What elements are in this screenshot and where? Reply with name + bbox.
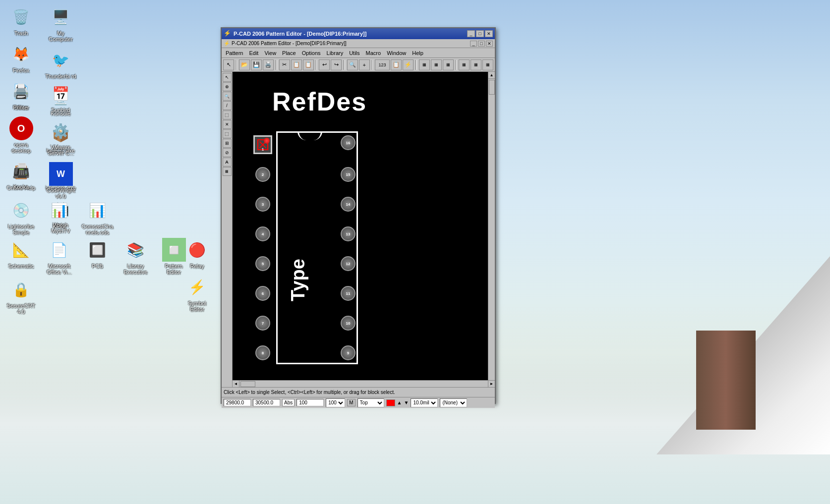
left-btn-cross[interactable]: ✕ bbox=[223, 120, 232, 129]
left-btn-pan[interactable]: ⊕ bbox=[223, 82, 232, 91]
toolbar-grid2[interactable]: ▦ bbox=[431, 59, 442, 70]
desktop-icon-sunbird[interactable]: 📅 Sunbird bbox=[42, 79, 79, 115]
inner-minimize-button[interactable]: _ bbox=[470, 41, 477, 47]
toolbar-grid4[interactable]: ▦ bbox=[459, 59, 470, 70]
restore-button[interactable]: □ bbox=[476, 30, 484, 37]
pcb-canvas[interactable]: RefDes Type 1 bbox=[233, 72, 495, 387]
desktop-icon-libraryexec[interactable]: 📚 Library Executive bbox=[117, 235, 154, 278]
pad-8: 8 bbox=[255, 345, 270, 360]
desktop-icon-schematic[interactable]: 📐 Schematic bbox=[2, 235, 40, 278]
type-text: Type bbox=[288, 163, 309, 301]
desktop-icon-pcb[interactable]: 🔲 PCB bbox=[79, 235, 116, 278]
toolbar-redo[interactable]: ↪ bbox=[331, 59, 342, 70]
vmware-icon: ⚙️ bbox=[49, 119, 73, 143]
left-btn-zoom[interactable]: 🔍 bbox=[223, 92, 232, 101]
scroll-up-btn[interactable]: ▲ bbox=[488, 72, 495, 79]
left-btn-extra[interactable]: ▦ bbox=[223, 167, 232, 176]
left-btn-select[interactable]: ↖ bbox=[223, 73, 232, 82]
inner-restore-button[interactable]: □ bbox=[478, 41, 485, 47]
zoom-select[interactable]: 100 50 200 bbox=[326, 398, 345, 407]
zoom-value[interactable]: 100 bbox=[296, 399, 324, 406]
toolbar-print[interactable]: 🖨️ bbox=[263, 59, 274, 70]
toolbar-copy[interactable]: 📋 bbox=[291, 59, 302, 70]
m-button[interactable]: M bbox=[347, 399, 355, 406]
toolbar-zoom[interactable]: 🔍 bbox=[347, 59, 358, 70]
toolbar-cut[interactable]: ✂ bbox=[279, 59, 290, 70]
toolbar-sep-5 bbox=[372, 60, 373, 70]
desktop-icon-thunderbird[interactable]: 🐦 Thunderbi rd bbox=[42, 46, 79, 82]
toolbar-grid3[interactable]: ▦ bbox=[443, 59, 454, 70]
toolbar-grid5[interactable]: ▦ bbox=[471, 59, 481, 70]
menu-edit[interactable]: Edit bbox=[246, 49, 261, 57]
desktop-icon-mycomputer[interactable]: 🖥️ My Computer bbox=[42, 2, 79, 45]
left-btn-grid[interactable]: ⊞ bbox=[223, 139, 232, 148]
left-btn-rect[interactable]: ⬚ bbox=[223, 111, 232, 119]
toolbar-select[interactable]: ↖ bbox=[223, 59, 234, 70]
toolbar-save[interactable]: 💾 bbox=[251, 59, 262, 70]
desktop-icon-lightscribe[interactable]: 💿 Lightscribe Simple bbox=[2, 196, 40, 238]
toolbar-open[interactable]: 📂 bbox=[239, 59, 250, 70]
arrow-down[interactable]: ▼ bbox=[404, 400, 409, 405]
securecrt-icon: 🔒 bbox=[9, 278, 33, 301]
vertical-scrollbar[interactable]: ▲ ▼ bbox=[488, 72, 495, 387]
desktop-icon-kooka[interactable]: 📠 Kooka bbox=[2, 156, 40, 192]
pad-9-num: 9 bbox=[347, 351, 349, 355]
menu-library[interactable]: Library bbox=[324, 49, 347, 57]
menu-options[interactable]: Options bbox=[299, 49, 324, 57]
left-btn-box[interactable]: ⬚ bbox=[223, 129, 232, 138]
close-button[interactable]: ✕ bbox=[485, 30, 493, 37]
scroll-right-btn[interactable]: ► bbox=[488, 381, 495, 387]
left-btn-line[interactable]: / bbox=[223, 101, 232, 110]
desktop-icon-trash[interactable]: 🗑️ Trash bbox=[2, 2, 40, 39]
menu-utils[interactable]: Utils bbox=[346, 49, 362, 57]
net-select[interactable]: (None) bbox=[440, 398, 467, 407]
opera-label: opera desktop bbox=[5, 142, 37, 154]
minimize-button[interactable]: _ bbox=[467, 30, 475, 37]
desktop-icon-vmware[interactable]: ⚙️ VMware Server C... bbox=[42, 116, 79, 159]
desktop-icon-relay[interactable]: 🔴 Relay bbox=[178, 235, 216, 272]
left-toolbar: ↖ ⊕ 🔍 / ⬚ ✕ ⬚ ⊞ ⊘ A ▦ bbox=[222, 72, 233, 387]
pad-13-num: 13 bbox=[346, 232, 351, 236]
layer-select[interactable]: Top Bottom bbox=[357, 398, 384, 407]
toolbar-zoomin[interactable]: + bbox=[359, 59, 370, 70]
left-btn-text[interactable]: A bbox=[223, 158, 232, 167]
desktop-icon-opera[interactable]: O opera desktop bbox=[2, 114, 40, 156]
desktop-icon-printer[interactable]: 🖨️ Printer bbox=[2, 77, 40, 113]
menu-pattern[interactable]: Pattern bbox=[223, 49, 246, 57]
toolbar-paste[interactable]: 📋 bbox=[303, 59, 314, 70]
arrow-up[interactable]: ▲ bbox=[397, 400, 402, 405]
inner-close-button[interactable]: ✕ bbox=[486, 41, 493, 47]
desktop-icon-securecrt[interactable]: 🔒 SecureCRT 4.0 bbox=[2, 275, 40, 317]
pad-7-num: 7 bbox=[262, 321, 264, 326]
toolbar-lightning[interactable]: ⚡ bbox=[403, 59, 414, 70]
abs-button[interactable]: Abs bbox=[282, 399, 295, 406]
relay-label: Relay bbox=[190, 263, 204, 269]
toolbar-num[interactable]: 123 bbox=[375, 59, 390, 70]
horizontal-scrollbar[interactable]: ◄ ► bbox=[233, 380, 495, 387]
pad-5-num: 5 bbox=[262, 262, 264, 266]
menu-macro[interactable]: Macro bbox=[363, 49, 384, 57]
toolbar-grid6[interactable]: ▦ bbox=[482, 59, 493, 70]
toolbar-grid1[interactable]: ▦ bbox=[419, 59, 430, 70]
menu-view[interactable]: View bbox=[261, 49, 279, 57]
toolbar-info[interactable]: 📋 bbox=[391, 59, 402, 70]
toolbar-sep-3 bbox=[316, 60, 317, 70]
desktop-icon-comcast[interactable]: 📊 ComcastChannels.ods bbox=[79, 196, 116, 238]
left-btn-no[interactable]: ⊘ bbox=[223, 148, 232, 157]
securecrt-label: SecureCRT 4.0 bbox=[5, 303, 37, 315]
grid-select[interactable]: 10.0mil 5.0mil 25.0mil bbox=[411, 398, 438, 407]
desktop-icon-kplot[interactable]: 📊 KPlot bbox=[41, 196, 78, 238]
pad-9: 9 bbox=[341, 345, 356, 360]
scroll-thumb-v[interactable] bbox=[489, 80, 495, 95]
menu-place[interactable]: Place bbox=[279, 49, 299, 57]
desktop-icon-msoffice[interactable]: 📄 Microsoft Office Vi... bbox=[41, 235, 78, 278]
scroll-left-btn[interactable]: ◄ bbox=[233, 381, 239, 387]
menu-window[interactable]: Window bbox=[384, 49, 409, 57]
toolbar-undo[interactable]: ↩ bbox=[319, 59, 330, 70]
menu-help[interactable]: Help bbox=[409, 49, 426, 57]
desktop-icon-firefox[interactable]: 🦊 Firefox bbox=[2, 40, 40, 76]
inner-window-icon: ⚡ bbox=[224, 41, 230, 46]
scroll-thumb-h[interactable] bbox=[240, 381, 255, 387]
desktop-icon-symboleditor[interactable]: ⚡ Symbol Editor bbox=[178, 273, 216, 315]
lightscribe-label: Lightscribe Simple bbox=[5, 224, 37, 235]
